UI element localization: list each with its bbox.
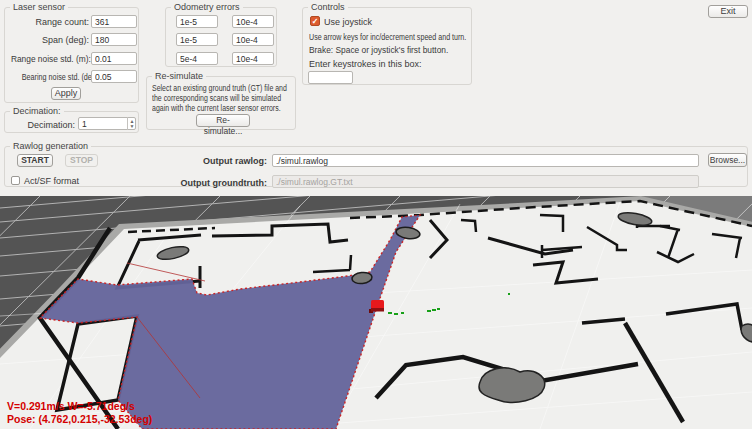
output-rawlog-input[interactable] (272, 154, 699, 167)
robot-body-shadow (371, 308, 384, 312)
controls-group: Controls ✓ Use joystick Use arrow keys f… (302, 7, 472, 85)
span-deg-input[interactable] (91, 33, 137, 46)
decimation-group: Decimation: Decimation: ▲ ▼ (4, 111, 139, 133)
resimulate-button[interactable]: Re-simulate... (196, 114, 250, 127)
hud-velocity: V=0.291m/s W=-5.71deg/s (7, 400, 135, 412)
hud-pose: Pose: (4.762,0.215,-32.53deg) (7, 413, 152, 425)
range-noise-input[interactable] (91, 52, 137, 65)
browse-button[interactable]: Browse... (708, 153, 747, 167)
3d-viewport[interactable]: V=0.291m/s W=-5.71deg/s Pose: (4.762,0.2… (0, 196, 752, 429)
range-count-input[interactable] (91, 15, 137, 28)
output-rawlog-label: Output rawlog: (165, 156, 267, 166)
span-deg-label: Span (deg): (5, 35, 89, 45)
controls-info-line3: Enter keystrokes in this box: (309, 59, 422, 69)
use-joystick-label: Use joystick (324, 17, 372, 27)
act-sf-checkbox[interactable] (11, 176, 20, 185)
simulation-scene[interactable]: V=0.291m/s W=-5.71deg/s Pose: (4.762,0.2… (0, 196, 752, 429)
odometry-input-1-0[interactable] (176, 33, 218, 46)
controls-info-line2: Brake: Space or joystick's first button. (309, 45, 448, 55)
control-panel: Laser sensor Range count: Span (deg): Ra… (0, 0, 752, 196)
rawlog-generation-group: Rawlog generation START STOP Output rawl… (4, 146, 748, 187)
range-count-label: Range count: (5, 17, 89, 27)
output-groundtruth-label: Output groundtruth: (165, 178, 267, 188)
act-sf-label: Act/SF format (24, 176, 79, 186)
resimulate-group: Re-simulate Select an existing ground tr… (146, 76, 296, 130)
resimulate-description-line2: the corresponding scans will be simulate… (152, 93, 281, 103)
odometry-input-1-1[interactable] (232, 33, 274, 46)
controls-group-label: Controls (308, 2, 348, 13)
start-button[interactable]: START (17, 154, 53, 167)
keystrokes-input[interactable] (308, 71, 353, 84)
output-groundtruth-input (272, 175, 699, 188)
stop-button[interactable]: STOP (65, 154, 98, 167)
laser-sensor-group: Laser sensor Range count: Span (deg): Ra… (4, 7, 139, 103)
decimation-label: Decimation: (5, 120, 75, 130)
spinner-down-icon[interactable]: ▼ (130, 124, 135, 129)
controls-info-line1: Use arrow keys for inc/decrement speed a… (309, 32, 466, 42)
bearing-noise-label: Bearing noise std. (deg): (22, 72, 89, 82)
odometry-errors-group-label: Odometry errors (171, 2, 243, 13)
odometry-input-2-0[interactable] (176, 52, 218, 65)
obstacle-blob (479, 368, 545, 402)
apply-button[interactable]: Apply (51, 87, 81, 100)
resimulate-group-label: Re-simulate (152, 71, 206, 82)
resimulate-description-line3: again with the current laser sensor erro… (152, 103, 281, 113)
decimation-group-label: Decimation: (10, 106, 64, 117)
use-joystick-checkbox[interactable]: ✓ (310, 16, 320, 26)
robot (369, 300, 384, 313)
bearing-noise-input[interactable] (91, 70, 137, 83)
laser-sensor-group-label: Laser sensor (10, 2, 68, 13)
odometry-errors-group: Odometry errors (165, 7, 277, 67)
range-noise-label: Range noise std. (m): (11, 54, 89, 64)
exit-button[interactable]: Exit (708, 5, 748, 18)
odometry-input-0-0[interactable] (176, 15, 218, 28)
odometry-input-2-1[interactable] (232, 52, 274, 65)
rawlog-generation-group-label: Rawlog generation (10, 141, 91, 152)
decimation-spinner[interactable]: ▲ ▼ (127, 117, 136, 130)
odometry-input-0-1[interactable] (232, 15, 274, 28)
resimulate-description-line1: Select an existing ground truth (GT) fil… (152, 83, 287, 93)
